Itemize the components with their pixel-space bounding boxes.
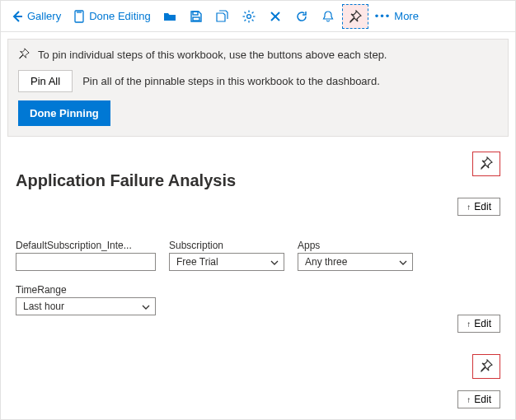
close-button[interactable] bbox=[263, 5, 288, 28]
param-select-default-subscription[interactable] bbox=[16, 253, 156, 271]
save-copy-icon bbox=[216, 10, 229, 23]
svg-rect-3 bbox=[193, 12, 198, 15]
svg-point-5 bbox=[246, 14, 251, 18]
folder-icon bbox=[163, 10, 176, 23]
pin-info-text: To pin individual steps of this workbook… bbox=[38, 49, 387, 61]
pin-all-row: Pin All Pin all of the pinnable steps in… bbox=[18, 70, 498, 92]
done-editing-label: Done Editing bbox=[89, 10, 150, 22]
svg-line-10 bbox=[244, 12, 246, 13]
param-value: Free Trial bbox=[176, 256, 218, 268]
param-select-time-range[interactable]: Last hour bbox=[16, 297, 156, 315]
pin-icon bbox=[349, 10, 362, 23]
gear-icon bbox=[242, 10, 256, 23]
settings-button[interactable] bbox=[237, 5, 261, 28]
done-pinning-button[interactable]: Done Pinning bbox=[18, 100, 110, 126]
param-label: DefaultSubscription_Inte... bbox=[16, 240, 156, 251]
edit-label: Edit bbox=[474, 318, 491, 329]
device-icon bbox=[73, 10, 86, 23]
save-icon bbox=[190, 10, 203, 23]
save-button[interactable] bbox=[184, 5, 209, 28]
pin-panel: To pin individual steps of this workbook… bbox=[7, 39, 509, 137]
pin-step-button-1[interactable] bbox=[472, 152, 500, 176]
back-to-gallery-button[interactable]: Gallery bbox=[6, 5, 66, 28]
edit-step-button-2[interactable]: ↑ Edit bbox=[457, 315, 500, 333]
param-select-apps[interactable]: Any three bbox=[298, 253, 413, 271]
param-label: Apps bbox=[298, 240, 413, 251]
save-as-button[interactable] bbox=[210, 5, 235, 28]
arrow-left-icon bbox=[11, 10, 24, 23]
chevron-down-icon bbox=[399, 258, 407, 266]
param-time-range: TimeRange Last hour bbox=[16, 284, 156, 315]
param-apps: Apps Any three bbox=[298, 240, 413, 271]
alerts-button[interactable] bbox=[316, 5, 340, 28]
toolbar: Gallery Done Editing bbox=[1, 1, 515, 32]
pin-toolbar-button[interactable] bbox=[342, 4, 368, 29]
back-label: Gallery bbox=[27, 10, 61, 22]
pin-icon bbox=[480, 359, 493, 375]
refresh-icon bbox=[295, 10, 308, 23]
pin-step-button-2[interactable] bbox=[472, 354, 500, 379]
edit-step-button-1[interactable]: ↑ Edit bbox=[457, 198, 500, 216]
arrow-up-icon: ↑ bbox=[467, 203, 471, 212]
ellipsis-icon: ••• bbox=[375, 10, 392, 22]
param-value: Last hour bbox=[23, 301, 64, 312]
param-label: Subscription bbox=[169, 240, 284, 251]
svg-line-12 bbox=[244, 19, 246, 21]
param-select-subscription[interactable]: Free Trial bbox=[169, 253, 284, 271]
more-label: More bbox=[394, 10, 419, 22]
param-label: TimeRange bbox=[16, 284, 156, 296]
refresh-button[interactable] bbox=[289, 5, 314, 28]
open-button[interactable] bbox=[157, 5, 182, 28]
pin-icon bbox=[480, 156, 493, 172]
edit-label: Edit bbox=[474, 394, 491, 405]
done-editing-button[interactable]: Done Editing bbox=[68, 5, 155, 28]
arrow-up-icon: ↑ bbox=[467, 320, 471, 329]
pin-info-row: To pin individual steps of this workbook… bbox=[18, 48, 498, 62]
param-subscription: Subscription Free Trial bbox=[169, 240, 284, 271]
close-icon bbox=[269, 10, 282, 23]
bell-icon bbox=[321, 10, 335, 23]
chevron-down-icon bbox=[270, 258, 279, 266]
param-default-subscription: DefaultSubscription_Inte... bbox=[16, 240, 156, 271]
more-button[interactable]: ••• More bbox=[370, 10, 424, 22]
chevron-down-icon bbox=[142, 302, 150, 310]
svg-line-13 bbox=[251, 12, 253, 13]
edit-step-button-3[interactable]: ↑ Edit bbox=[457, 390, 500, 408]
workbook-content: Application Failure Analysis ↑ Edit Defa… bbox=[1, 143, 515, 327]
parameters-block: DefaultSubscription_Inte... Subscription… bbox=[16, 240, 428, 315]
pin-icon bbox=[18, 48, 30, 62]
page-title: Application Failure Analysis bbox=[16, 171, 500, 190]
pin-all-desc: Pin all of the pinnable steps in this wo… bbox=[82, 75, 380, 87]
svg-line-11 bbox=[251, 19, 253, 21]
arrow-up-icon: ↑ bbox=[467, 395, 471, 404]
pin-all-button[interactable]: Pin All bbox=[18, 70, 73, 92]
edit-label: Edit bbox=[474, 201, 491, 212]
param-value: Any three bbox=[305, 256, 347, 268]
svg-rect-4 bbox=[193, 17, 199, 21]
